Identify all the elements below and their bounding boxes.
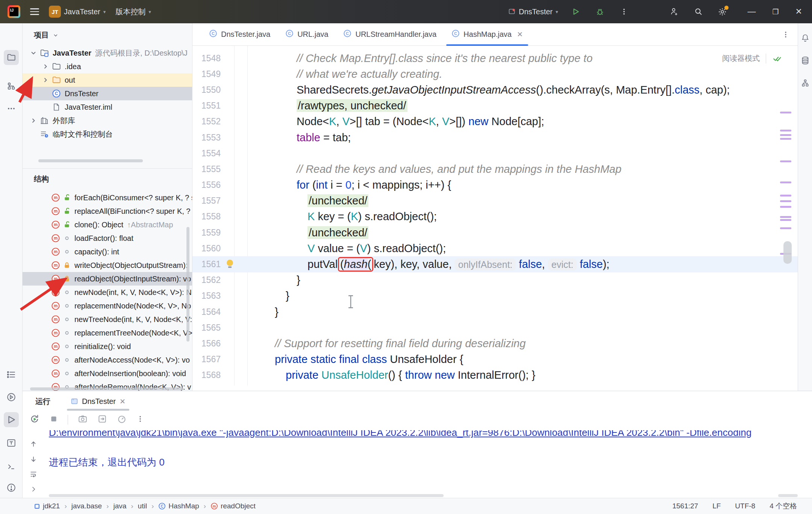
tree-item-javatester[interactable]: JavaTester源代码根目录, D:\Desktop\J	[23, 46, 192, 60]
dump-threads-button[interactable]	[97, 414, 107, 425]
more-actions-button[interactable]	[618, 5, 630, 18]
line-number[interactable]: 1554	[192, 148, 221, 159]
status-item[interactable]: LF	[712, 502, 721, 510]
console-output[interactable]: D:\environment\java\jdk21\bin\java.exe "…	[49, 430, 804, 493]
structure-item[interactable]: mreplaceAll(BiFunction<? super K, ?	[23, 204, 192, 218]
code-editor[interactable]: 1548// Check Map.Entry[].class since it'…	[192, 46, 798, 391]
line-number[interactable]: 1563	[192, 291, 221, 301]
line-number[interactable]: 1564	[192, 307, 221, 317]
code-line-1565[interactable]: 1565	[192, 320, 798, 336]
structure-item[interactable]: mwriteObject(ObjectOutputStream):	[23, 259, 192, 272]
breadcrumb-readobject[interactable]: mreadObject	[211, 502, 256, 510]
chevron-right-icon[interactable]	[41, 63, 50, 70]
structure-item[interactable]: mafterNodeInsertion(boolean): void	[23, 367, 192, 380]
expand-icon[interactable]	[28, 484, 39, 494]
rerun-button[interactable]	[29, 414, 40, 426]
code-line-1560[interactable]: 1560V value = (V) s.readObject();	[192, 240, 798, 256]
code-line-1562[interactable]: 1562}	[192, 272, 798, 288]
structure-horizontal-scrollbar[interactable]	[30, 387, 183, 390]
structure-item[interactable]: mreplacementTreeNode(Node<K, V>	[23, 326, 192, 340]
chevron-right-icon[interactable]	[29, 117, 38, 124]
tree-item--[interactable]: 外部库	[23, 114, 192, 127]
next-occurrence-icon[interactable]	[28, 454, 39, 464]
close-icon[interactable]: ✕	[120, 397, 126, 406]
code-line-1567[interactable]: 1567private static final class UnsafeHol…	[192, 352, 798, 367]
code-line-1568[interactable]: 1568private UnsafeHolder() { throw new I…	[192, 367, 798, 383]
line-number[interactable]: 1549	[192, 69, 221, 79]
line-number[interactable]: 1548	[192, 53, 221, 63]
structure-item[interactable]: mclone(): Object↑AbstractMap	[23, 218, 192, 231]
breadcrumb-java-base[interactable]: java.base	[71, 502, 102, 510]
code-line-1551[interactable]: 1551/rawtypes, unchecked/	[192, 98, 798, 114]
line-number[interactable]: 1562	[192, 275, 221, 285]
code-line-1561[interactable]: 1561putVal(hash(key), key, value, onlyIf…	[192, 256, 798, 272]
line-number[interactable]: 1550	[192, 85, 221, 95]
code-line-1557[interactable]: 1557/unchecked/	[192, 193, 798, 209]
code-line-1553[interactable]: 1553table = tab;	[192, 130, 798, 145]
more-options-button[interactable]	[136, 415, 144, 424]
window-minimize-button[interactable]: —	[748, 7, 756, 17]
structure-vertical-scrollbar[interactable]	[186, 227, 189, 342]
reader-mode-widget[interactable]: 阅读器模式	[720, 52, 784, 65]
breadcrumb-jdk21[interactable]: jdk21	[34, 502, 60, 510]
project-panel-header[interactable]: 项目	[23, 23, 192, 44]
line-number[interactable]: 1555	[192, 164, 221, 174]
structure-item[interactable]: mforEach(BiConsumer<? super K, ? s	[23, 191, 192, 204]
tab-urlstreamhandler-java[interactable]: CURLStreamHandler.java	[336, 23, 444, 45]
code-line-1563[interactable]: 1563}	[192, 288, 798, 304]
python-console-tool-icon[interactable]	[4, 435, 19, 451]
project-tool-icon[interactable]	[4, 50, 19, 65]
run-tool-icon[interactable]	[4, 412, 19, 427]
line-number[interactable]: 1556	[192, 180, 221, 190]
soft-wrap-icon[interactable]	[28, 469, 39, 479]
intention-bulb-icon[interactable]	[226, 260, 233, 267]
tab-hashmap-java[interactable]: CHashMap.java✕	[444, 23, 530, 45]
code-line-1554[interactable]: 1554	[192, 145, 798, 161]
tree-item--[interactable]: 临时文件和控制台	[23, 127, 192, 141]
line-number[interactable]: 1557	[192, 196, 221, 206]
chevron-right-icon[interactable]	[41, 76, 50, 84]
structure-item[interactable]: mnewTreeNode(int, K, V, Node<K, V:	[23, 313, 192, 326]
structure-item[interactable]: mloadFactor(): float	[23, 231, 192, 245]
vcs-widget[interactable]: 版本控制 ▾	[115, 7, 151, 17]
profiler-button[interactable]	[117, 414, 127, 425]
line-number[interactable]: 1560	[192, 243, 221, 254]
structure-tool-icon[interactable]	[4, 79, 19, 94]
tree-item-javatester-iml[interactable]: JavaTester.iml	[23, 100, 192, 114]
line-number[interactable]: 1553	[192, 133, 221, 143]
structure-item[interactable]: mafterNodeAccess(Node<K, V>): vo	[23, 353, 192, 367]
line-number[interactable]: 1559	[192, 228, 221, 238]
tree-item-dnstester[interactable]: CDnsTester	[23, 87, 192, 100]
code-line-1558[interactable]: 1558K key = (K) s.readObject();	[192, 209, 798, 225]
prev-occurrence-icon[interactable]	[28, 439, 39, 449]
code-line-1550[interactable]: 1550SharedSecrets.getJavaObjectInputStre…	[192, 82, 798, 98]
structure-item[interactable]: mcapacity(): int	[23, 245, 192, 259]
main-menu-icon[interactable]	[30, 8, 39, 15]
status-item[interactable]: UTF-8	[735, 502, 755, 510]
screenshot-button[interactable]	[78, 414, 88, 425]
breadcrumb-java[interactable]: java	[113, 502, 126, 510]
project-horizontal-scrollbar[interactable]	[38, 159, 143, 162]
more-tool-windows-icon[interactable]	[4, 101, 19, 116]
tab-url-java[interactable]: CURL.java	[278, 23, 336, 45]
line-number[interactable]: 1558	[192, 212, 221, 222]
tree-item--idea[interactable]: .idea	[23, 60, 192, 73]
line-number[interactable]: 1552	[192, 116, 221, 127]
run-config-widget[interactable]: DnsTester ▾	[508, 8, 558, 16]
line-number[interactable]: 1565	[192, 323, 221, 333]
stop-button[interactable]	[50, 415, 58, 425]
line-number[interactable]: 1568	[192, 370, 221, 380]
breadcrumb-util[interactable]: util	[138, 502, 147, 510]
structure-item[interactable]: mreplacementNode(Node<K, V>, No	[23, 299, 192, 313]
todo-tool-icon[interactable]	[4, 367, 19, 382]
code-line-1552[interactable]: 1552Node<K, V>[] tab = (Node<K, V>[]) ne…	[192, 114, 798, 130]
code-line-1549[interactable]: 1549// what we're actually creating.	[192, 66, 798, 82]
line-number[interactable]: 1567	[192, 354, 221, 364]
database-tool-icon[interactable]	[799, 54, 812, 67]
run-button[interactable]	[570, 5, 582, 18]
debug-button[interactable]	[594, 5, 606, 18]
structure-item[interactable]: mreadObject(ObjectInputStream): vo	[23, 272, 192, 286]
window-maximize-button[interactable]: ❐	[773, 8, 779, 16]
code-line-1566[interactable]: 1566// Support for resetting final field…	[192, 336, 798, 351]
tab-list-more-icon[interactable]	[782, 23, 798, 45]
